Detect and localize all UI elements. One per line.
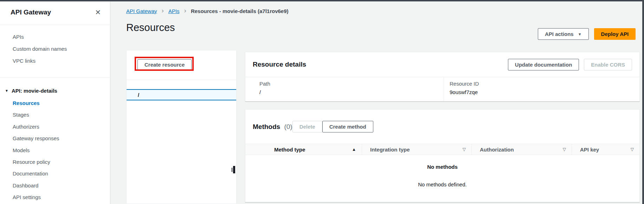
resource-details-panel: Resource details Update documentation En…	[245, 52, 640, 101]
sidebar-nav: APIs Custom domain names VPC links	[0, 31, 110, 67]
sidebar-item-vpc-links[interactable]: VPC links	[0, 55, 110, 67]
chevron-right-icon: ›	[162, 7, 164, 14]
methods-count: (0)	[284, 123, 292, 130]
column-label: Authorization	[480, 147, 560, 153]
column-header-api-key[interactable]: API key ▽	[572, 144, 639, 155]
column-label: Integration type	[370, 147, 460, 153]
delete-button: Delete	[292, 121, 322, 132]
path-value: /	[259, 89, 444, 95]
resource-details-title: Resource details	[253, 61, 306, 68]
api-section-nav: Resources Stages Authorizers Gateway res…	[0, 97, 110, 203]
sort-down-icon[interactable]: ▽	[631, 147, 634, 152]
breadcrumb-link-api-gateway[interactable]: API Gateway	[126, 8, 157, 14]
sidebar-item-apis[interactable]: APIs	[0, 31, 110, 43]
create-method-button[interactable]: Create method	[322, 121, 373, 132]
sidebar-item-resources[interactable]: Resources	[0, 97, 110, 109]
sidebar-divider	[0, 25, 110, 25]
sidebar-title: API Gateway	[11, 8, 51, 16]
sidebar-item-stages[interactable]: Stages	[0, 109, 110, 120]
resource-tree-header: Create resource	[127, 50, 236, 80]
tree-row-root[interactable]: /	[127, 89, 236, 100]
api-section-header[interactable]: ▼ API: movie-details	[0, 86, 110, 95]
expander-down-icon: ▼	[5, 89, 8, 93]
sidebar-item-dashboard[interactable]: Dashboard	[0, 180, 110, 191]
resize-bar-icon	[233, 166, 235, 173]
sidebar-item-resource-policy[interactable]: Resource policy	[0, 156, 110, 168]
methods-header: Methods (0) Delete Create method	[245, 110, 639, 144]
empty-state-text: No methods defined.	[418, 181, 466, 187]
chevron-right-icon: ›	[184, 7, 186, 14]
update-documentation-button[interactable]: Update documentation	[508, 59, 579, 70]
api-actions-button[interactable]: API actions ▼	[538, 28, 589, 40]
column-header-method-type[interactable]: Method type ▲	[266, 144, 362, 155]
column-label: API key	[580, 147, 628, 153]
methods-table-header: Method type ▲ Integration type ▽ Authori…	[245, 144, 639, 155]
sidebar: API Gateway ✕ APIs Custom domain names V…	[0, 1, 110, 204]
resource-id-label: Resource ID	[450, 81, 639, 87]
empty-state-title: No methods	[427, 164, 458, 170]
column-label: Method type	[274, 147, 349, 153]
resource-tree: /	[127, 80, 236, 100]
api-section-label: API: movie-details	[12, 88, 57, 94]
breadcrumb-link-apis[interactable]: APIs	[168, 8, 180, 14]
api-actions-label: API actions	[545, 31, 574, 37]
resize-bar-icon	[232, 168, 232, 172]
resource-id-field: Resource ID 9ouswf7zqe	[444, 77, 639, 101]
close-icon[interactable]: ✕	[95, 9, 101, 16]
page-actions: API actions ▼ Deploy API	[538, 28, 636, 40]
methods-title-text: Methods	[253, 123, 280, 130]
enable-cors-button: Enable CORS	[584, 59, 632, 70]
resource-details-header: Resource details Update documentation En…	[245, 52, 639, 77]
sort-ascending-icon[interactable]: ▲	[352, 147, 356, 152]
resource-tree-panel: Create resource /	[126, 50, 237, 204]
create-resource-button[interactable]: Create resource	[137, 59, 192, 70]
api-gateway-console: API Gateway ✕ APIs Custom domain names V…	[0, 0, 644, 204]
methods-panel: Methods (0) Delete Create method Method …	[245, 109, 640, 202]
breadcrumb: API Gateway › APIs › Resources - movie-d…	[126, 7, 289, 15]
sidebar-divider	[0, 78, 110, 78]
resource-details-fields: Path / Resource ID 9ouswf7zqe	[245, 77, 639, 101]
sidebar-header: API Gateway ✕	[0, 1, 110, 16]
sort-down-icon[interactable]: ▽	[563, 147, 566, 152]
sidebar-item-documentation[interactable]: Documentation	[0, 168, 110, 179]
resource-id-value: 9ouswf7zqe	[450, 89, 639, 95]
methods-empty-state: No methods No methods defined.	[245, 155, 639, 187]
column-header-integration-type[interactable]: Integration type ▽	[362, 144, 471, 155]
sidebar-item-authorizers[interactable]: Authorizers	[0, 121, 110, 132]
sidebar-item-models[interactable]: Models	[0, 144, 110, 156]
sort-down-icon[interactable]: ▽	[463, 147, 466, 152]
tree-row-path: /	[138, 92, 139, 98]
sidebar-item-gateway-responses[interactable]: Gateway responses	[0, 132, 110, 144]
sidebar-api-section: ▼ API: movie-details Resources Stages Au…	[0, 86, 110, 203]
page-title: Resources	[126, 22, 175, 33]
sidebar-item-custom-domain-names[interactable]: Custom domain names	[0, 43, 110, 55]
caret-down-icon: ▼	[578, 32, 582, 36]
breadcrumb-current: Resources - movie-details (a7l1rov6e9)	[191, 8, 289, 14]
panel-resize-handle[interactable]	[232, 166, 236, 173]
methods-title: Methods (0)	[253, 123, 292, 131]
sidebar-item-api-settings[interactable]: API settings	[0, 191, 110, 203]
deploy-api-button[interactable]: Deploy API	[594, 28, 636, 40]
path-field: Path /	[245, 77, 444, 101]
path-label: Path	[259, 81, 444, 87]
selection-column-header	[245, 144, 266, 155]
column-header-authorization[interactable]: Authorization ▽	[471, 144, 572, 155]
vertical-scrollbar[interactable]	[642, 0, 644, 204]
